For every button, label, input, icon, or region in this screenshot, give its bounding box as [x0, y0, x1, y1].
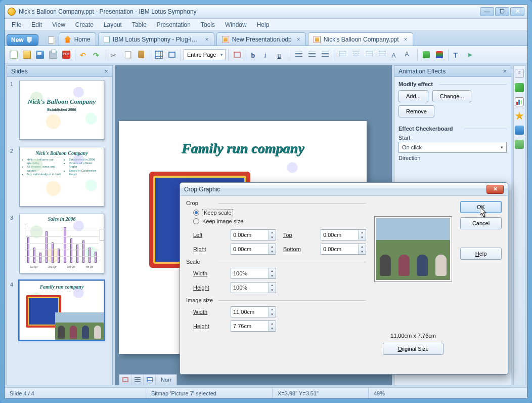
menu-edit[interactable]: Edit — [27, 20, 46, 29]
scale-height-spinner[interactable]: 100% — [231, 282, 276, 293]
bottom-spinner[interactable]: 0.00cm — [321, 244, 366, 255]
slide-thumb-2[interactable]: Nick's Balloon Company Helium balloons o… — [19, 147, 104, 207]
more-button[interactable]: ▸ — [464, 49, 476, 61]
direction-label: Direction — [398, 155, 507, 161]
bullet-list-button[interactable] — [350, 49, 362, 61]
original-size-button[interactable]: Original Size — [383, 343, 444, 355]
menubar: File Edit View Create Layout Table Prese… — [5, 19, 527, 31]
left-spinner[interactable]: 0.00cm — [231, 229, 276, 240]
transition-icon[interactable] — [515, 126, 524, 135]
start-select[interactable]: On click — [398, 142, 507, 153]
tab-close-icon[interactable]: × — [205, 36, 209, 43]
tab-nicks-balloon[interactable]: Nick's Balloon Company.ppt× — [308, 32, 413, 46]
table-button[interactable] — [153, 49, 165, 61]
frame-button[interactable] — [166, 49, 178, 61]
underline-button[interactable] — [275, 49, 287, 61]
add-effect-button[interactable]: Add... — [398, 90, 428, 102]
img-height-spinner[interactable]: 7.76cm — [231, 320, 276, 332]
right-spinner[interactable]: 0.00cm — [231, 244, 276, 255]
windows-icon[interactable] — [46, 34, 57, 46]
expand-icon[interactable]: ≡ — [515, 69, 524, 78]
keep-image-size-radio[interactable]: Keep image size — [193, 218, 366, 224]
menu-window[interactable]: Window — [221, 20, 251, 29]
decrease-font-button[interactable] — [403, 49, 415, 61]
menu-create[interactable]: Create — [71, 20, 98, 29]
slide-thumb-3[interactable]: Sales in 2006 1st Qtr2nd Qtr3rd Qtr4th Q… — [19, 214, 104, 273]
status-bar: Slide 4 / 4 Bitmap 'Picture 7' selected … — [5, 387, 527, 398]
new-button[interactable]: New — [7, 34, 38, 46]
top-spinner[interactable]: 0.00cm — [321, 229, 366, 240]
zoom-select[interactable]: Entire Page — [184, 49, 226, 60]
tab-home[interactable]: Home — [59, 32, 96, 46]
close-icon[interactable]: × — [503, 67, 507, 75]
remove-effect-button[interactable]: Remove — [398, 105, 434, 117]
scale-width-spinner[interactable]: 100% — [231, 268, 276, 279]
slide-button[interactable] — [231, 49, 243, 61]
increase-font-button[interactable] — [389, 49, 402, 61]
bottom-label: Bottom — [283, 246, 314, 252]
save-button[interactable] — [34, 49, 46, 61]
top-label: Top — [283, 232, 314, 238]
number-list-button[interactable] — [337, 49, 349, 61]
menu-table[interactable]: Table — [128, 20, 151, 29]
highlight-button[interactable] — [420, 49, 432, 61]
menu-help[interactable]: Help — [253, 20, 274, 29]
ok-button[interactable]: OK — [460, 201, 502, 213]
menu-layout[interactable]: Layout — [100, 20, 126, 29]
close-button[interactable]: ✕ — [510, 7, 524, 16]
align-left-button[interactable] — [293, 49, 305, 61]
menu-presentation[interactable]: Presentation — [153, 20, 195, 29]
cut-button[interactable] — [109, 49, 121, 61]
slide-thumb-1[interactable]: Nick's Balloon Company Established 2006 — [19, 80, 104, 140]
maximize-button[interactable]: ☐ — [495, 7, 509, 16]
img-width-label: Width — [193, 309, 224, 315]
new-doc-button[interactable] — [8, 49, 20, 61]
slide-thumb-4[interactable]: Family run company — [19, 280, 104, 340]
print-button[interactable] — [47, 49, 59, 61]
window-title: Nick's Balloon Company.ppt - Presentatio… — [19, 8, 477, 15]
align-right-button[interactable] — [319, 49, 331, 61]
chart-icon[interactable] — [515, 97, 524, 106]
gallery-icon[interactable] — [515, 140, 524, 149]
sorter-view-button[interactable] — [144, 375, 156, 385]
cancel-button[interactable]: Cancel — [460, 217, 502, 229]
paste-button[interactable] — [135, 49, 147, 61]
left-label: Left — [193, 232, 224, 238]
tab-close-icon[interactable]: × — [404, 36, 408, 43]
presentation-icon — [314, 36, 321, 43]
outline-view-button[interactable] — [131, 375, 144, 385]
menu-view[interactable]: View — [48, 20, 69, 29]
tab-strip: New Home IBM Lotus Symphony - Plug-ins f… — [5, 31, 527, 46]
dialog-close-button[interactable]: ✕ — [486, 185, 504, 194]
font-color-button[interactable] — [433, 49, 446, 61]
pdf-button[interactable]: PDF — [60, 49, 72, 61]
italic-button[interactable] — [262, 49, 274, 61]
align-center-button[interactable] — [306, 49, 318, 61]
copy-button[interactable] — [122, 49, 134, 61]
redo-button[interactable] — [91, 49, 103, 61]
slides-pane-title: Slides — [11, 68, 28, 75]
img-width-spinner[interactable]: 11.00cm — [231, 306, 276, 317]
menu-tools[interactable]: Tools — [197, 20, 219, 29]
open-button[interactable] — [21, 49, 33, 61]
tab-plugins[interactable]: IBM Lotus Symphony - Plug-ins for I...× — [98, 32, 214, 46]
modify-effect-label: Modify effect — [398, 81, 507, 87]
indent-button[interactable] — [376, 49, 388, 61]
star-icon[interactable] — [515, 111, 524, 120]
change-effect-button[interactable]: Change... — [432, 90, 472, 102]
normal-view-button[interactable] — [119, 375, 131, 385]
keep-scale-radio[interactable]: Keep scale — [193, 209, 366, 216]
close-icon[interactable]: × — [104, 67, 108, 75]
text-button[interactable] — [451, 49, 463, 61]
outdent-button[interactable] — [363, 49, 375, 61]
menu-file[interactable]: File — [8, 20, 25, 29]
help-button[interactable]: Help — [460, 248, 502, 260]
tab-newpresentation[interactable]: New Presentation.odp× — [216, 32, 306, 46]
minimize-button[interactable]: — — [480, 7, 494, 16]
imagesize-group-label: Image size — [186, 297, 366, 303]
cube-icon[interactable] — [515, 83, 524, 92]
slides-pane: Slides× 1 Nick's Balloon Company Establi… — [7, 65, 113, 385]
tab-close-icon[interactable]: × — [297, 36, 300, 43]
bold-button[interactable] — [249, 49, 261, 61]
undo-button[interactable] — [78, 49, 90, 61]
